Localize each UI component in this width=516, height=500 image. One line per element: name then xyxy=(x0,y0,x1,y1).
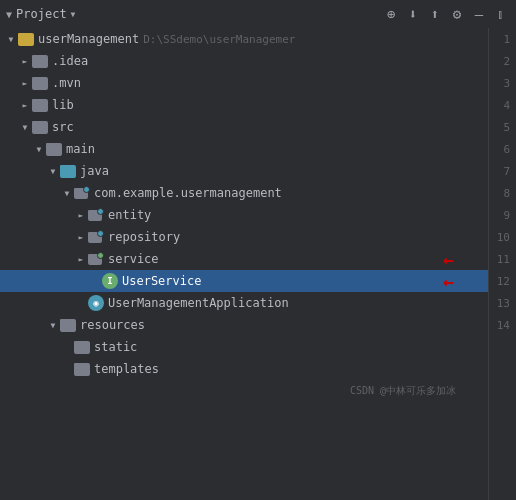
tree-item-lib[interactable]: lib xyxy=(0,94,488,116)
tree-item-app[interactable]: ◉ UserManagementApplication xyxy=(0,292,488,314)
class-icon-userservice: I xyxy=(102,273,118,289)
arrow-app xyxy=(74,296,88,310)
add-icon[interactable]: ⊕ xyxy=(382,5,400,23)
tree-item-usermanagement[interactable]: userManagement D:\SSdemo\userManagemer xyxy=(0,28,488,50)
service-icon xyxy=(88,252,104,266)
arrow-static xyxy=(60,340,74,354)
label-templates: templates xyxy=(94,362,159,376)
line-13: 13 xyxy=(489,292,516,314)
project-title: Project xyxy=(16,7,67,21)
line-4: 4 xyxy=(489,94,516,116)
label-entity: entity xyxy=(108,208,151,222)
package-icon-entity xyxy=(88,208,104,222)
path-usermanagement: D:\SSdemo\userManagemer xyxy=(143,33,295,46)
line-2: 2 xyxy=(489,50,516,72)
tree-item-src[interactable]: src xyxy=(0,116,488,138)
arrow-userservice xyxy=(88,274,102,288)
label-userservice: UserService xyxy=(122,274,201,288)
label-resources: resources xyxy=(80,318,145,332)
arrow-com-example[interactable] xyxy=(60,186,74,200)
folder-icon-java xyxy=(60,165,76,178)
folder-icon-idea xyxy=(32,55,48,68)
toolbar-icons: ⊕ ⬇ ⬆ ⚙ — ⫿ xyxy=(382,5,510,23)
settings-icon[interactable]: ⚙ xyxy=(448,5,466,23)
line-9: 9 xyxy=(489,204,516,226)
tree-item-entity[interactable]: entity xyxy=(0,204,488,226)
line-numbers: 1 2 3 4 5 6 7 8 9 10 11 12 13 14 xyxy=(488,28,516,500)
line-10: 10 xyxy=(489,226,516,248)
line-3: 3 xyxy=(489,72,516,94)
arrow-service[interactable] xyxy=(74,252,88,266)
label-java: java xyxy=(80,164,109,178)
folder-icon-usermanagement xyxy=(18,33,34,46)
folder-icon-mvn xyxy=(32,77,48,90)
line-14: 14 xyxy=(489,314,516,336)
folder-icon-main xyxy=(46,143,62,156)
line-8: 8 xyxy=(489,182,516,204)
tree-item-java[interactable]: java xyxy=(0,160,488,182)
label-com-example: com.example.usermanagement xyxy=(94,186,282,200)
folder-icon-src xyxy=(32,121,48,134)
label-service: service xyxy=(108,252,159,266)
package-icon-repository xyxy=(88,230,104,244)
tree-item-main[interactable]: main xyxy=(0,138,488,160)
arrow-resources[interactable] xyxy=(46,318,60,332)
watermark-row: CSDN @中林可乐多加冰 xyxy=(0,380,488,402)
gear-layout-icon[interactable]: ⫿ xyxy=(492,5,510,23)
folder-icon-static xyxy=(74,341,90,354)
label-src: src xyxy=(52,120,74,134)
tree-item-service[interactable]: service ← xyxy=(0,248,488,270)
folder-icon-resources xyxy=(60,319,76,332)
upload-icon[interactable]: ⬆ xyxy=(426,5,444,23)
arrow-repository[interactable] xyxy=(74,230,88,244)
arrow-usermanagement[interactable] xyxy=(4,32,18,46)
line-7: 7 xyxy=(489,160,516,182)
tree-item-resources[interactable]: resources xyxy=(0,314,488,336)
line-5: 5 xyxy=(489,116,516,138)
label-app: UserManagementApplication xyxy=(108,296,289,310)
tree-item-userservice[interactable]: I UserService ← xyxy=(0,270,488,292)
red-arrow-service: ← xyxy=(443,249,454,270)
folder-icon-templates xyxy=(74,363,90,376)
label-repository: repository xyxy=(108,230,180,244)
main-content: userManagement D:\SSdemo\userManagemer .… xyxy=(0,28,516,500)
line-6: 6 xyxy=(489,138,516,160)
arrow-entity[interactable] xyxy=(74,208,88,222)
tree-item-mvn[interactable]: .mvn xyxy=(0,72,488,94)
label-usermanagement: userManagement xyxy=(38,32,139,46)
line-1: 1 xyxy=(489,28,516,50)
tree-item-repository[interactable]: repository xyxy=(0,226,488,248)
arrow-mvn[interactable] xyxy=(18,76,32,90)
arrow-java[interactable] xyxy=(46,164,60,178)
tree-item-templates[interactable]: templates xyxy=(0,358,488,380)
app-icon: ◉ xyxy=(88,295,104,311)
arrow-templates xyxy=(60,362,74,376)
arrow-lib[interactable] xyxy=(18,98,32,112)
label-main: main xyxy=(66,142,95,156)
arrow-idea[interactable] xyxy=(18,54,32,68)
minimize-icon[interactable]: — xyxy=(470,5,488,23)
tree-item-idea[interactable]: .idea xyxy=(0,50,488,72)
folder-icon-lib xyxy=(32,99,48,112)
label-mvn: .mvn xyxy=(52,76,81,90)
red-arrow-userservice: ← xyxy=(443,271,454,292)
label-idea: .idea xyxy=(52,54,88,68)
package-icon-com xyxy=(74,186,90,200)
arrow-src[interactable] xyxy=(18,120,32,134)
project-collapse-arrow[interactable]: ▼ xyxy=(6,9,12,20)
line-11: 11 xyxy=(489,248,516,270)
tree-item-com-example[interactable]: com.example.usermanagement xyxy=(0,182,488,204)
watermark-text: CSDN @中林可乐多加冰 xyxy=(350,384,456,398)
arrow-main[interactable] xyxy=(32,142,46,156)
project-dropdown-arrow[interactable]: ▼ xyxy=(71,10,76,19)
download-icon[interactable]: ⬇ xyxy=(404,5,422,23)
label-lib: lib xyxy=(52,98,74,112)
label-static: static xyxy=(94,340,137,354)
line-12: 12 xyxy=(489,270,516,292)
project-header: ▼ Project ▼ ⊕ ⬇ ⬆ ⚙ — ⫿ xyxy=(0,0,516,28)
tree-panel: userManagement D:\SSdemo\userManagemer .… xyxy=(0,28,488,500)
tree-item-static[interactable]: static xyxy=(0,336,488,358)
